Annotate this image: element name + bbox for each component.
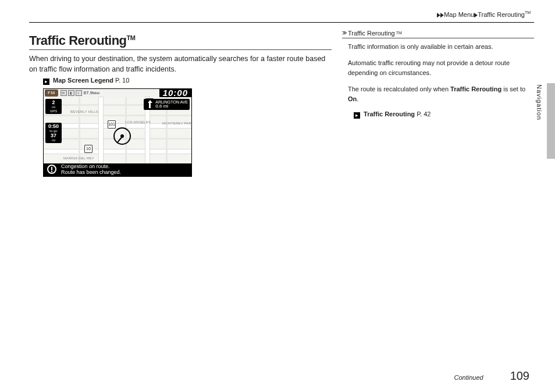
section-tab <box>547 83 555 159</box>
xref-page: P. 10 <box>115 77 129 84</box>
note-text: The route is recalculated only when Traf… <box>348 84 534 104</box>
gps-label: GPS <box>47 109 60 113</box>
triangle-icon: ▶ <box>440 11 444 19</box>
cross-reference: ▸ Traffic Rerouting P. 42 <box>354 111 534 119</box>
note-text: Automatic traffic rerouting may not prov… <box>348 58 534 77</box>
eta-dist-box: 0:50 to go 37 mi <box>45 123 62 143</box>
status-icons: ✉ ▮ i <box>61 90 82 96</box>
eta-time: 0:50 <box>47 124 60 129</box>
triangle-icon: ▶ <box>437 11 440 19</box>
rule <box>29 22 534 23</box>
rule <box>29 49 332 50</box>
page-number: 109 <box>510 369 529 383</box>
main-column: Traffic ReroutingTM When driving to your… <box>29 30 332 177</box>
nav-screenshot: FM ✉ ▮ i 87.9MHz 10:00 <box>43 88 192 177</box>
marker-icon: ≫ <box>342 29 346 37</box>
breadcrumb-b: Traffic Rerouting <box>478 11 525 18</box>
side-column: ≫ Traffic ReroutingTM Traffic informatio… <box>342 30 534 177</box>
breadcrumb: ▶▶Map Menu▶Traffic ReroutingTM <box>29 10 534 22</box>
triangle-icon: ▶ <box>474 11 478 19</box>
city-label: MARINA DEL REY <box>63 156 94 160</box>
turn-arrow-icon <box>145 100 154 108</box>
info-icon: i <box>76 90 82 96</box>
link-icon: ▸ <box>43 79 49 85</box>
city-label: BEVERLY HILLS <box>70 110 98 113</box>
route-shield: 101 <box>108 120 116 129</box>
note-frag: . <box>357 95 358 102</box>
footer: Continued 109 <box>29 369 534 383</box>
fm-badge: FM <box>45 90 58 97</box>
note-bold: Traffic Rerouting <box>450 85 501 92</box>
signal-icon: ▮ <box>68 90 74 96</box>
freq-number: 87.9 <box>84 90 93 95</box>
section-tab-label: Navigation <box>536 84 543 120</box>
radio-frequency: 87.9MHz <box>84 90 100 95</box>
shot-topbar: FM ✉ ▮ i 87.9MHz 10:00 <box>44 89 191 97</box>
turn-dist: 0.6 <box>155 104 162 109</box>
note-bold: On <box>348 95 357 102</box>
trademark: TM <box>127 34 136 41</box>
trademark: TM <box>396 31 402 35</box>
intro-text: When driving to your destination, the sy… <box>29 54 332 74</box>
side-title-text: Traffic Rerouting <box>348 30 395 37</box>
link-icon: ▸ <box>354 112 360 119</box>
city-label: MONTEREY PAR <box>162 122 191 125</box>
page-title: Traffic ReroutingTM <box>29 33 332 48</box>
alert-bar: Congestion on route. Route has been chan… <box>44 163 191 176</box>
map-area: 5 101 10 BEVERLY HILLS LOS ANGELES MONTE… <box>44 97 191 163</box>
note-frag: The route is recalculated only when <box>348 85 450 92</box>
continued-label: Continued <box>454 374 483 381</box>
next-turn-box: ARLINGTON AVE 0.6 mi <box>144 99 190 110</box>
alert-icon <box>47 165 56 174</box>
xref-label: Map Screen Legend <box>53 77 113 84</box>
dist-value: 37 <box>47 133 60 138</box>
cross-reference: ▸ Map Screen Legend P. 10 <box>43 77 332 85</box>
scale-value: 2 <box>47 100 60 105</box>
breadcrumb-a: Map Menu <box>444 11 474 18</box>
turn-unit: mi <box>163 104 168 109</box>
page-title-text: Traffic Rerouting <box>29 33 127 48</box>
city-label: LOS ANGELES <box>125 120 151 124</box>
trademark: TM <box>525 10 531 15</box>
scale-box: 2 mi GPS <box>45 99 62 114</box>
side-title: ≫ Traffic ReroutingTM <box>342 30 534 38</box>
freq-unit: MHz <box>92 91 99 95</box>
note-frag: is set to <box>501 85 525 92</box>
mail-icon: ✉ <box>61 90 67 96</box>
alert-line2: Route has been changed. <box>61 170 191 176</box>
note-text: Traffic information is only available in… <box>348 42 534 52</box>
route-shield: 10 <box>84 145 92 153</box>
compass-icon <box>113 127 131 145</box>
xref-label: Traffic Rerouting <box>364 111 415 117</box>
dist-unit: mi <box>47 138 60 142</box>
xref-page: P. 42 <box>417 111 431 117</box>
